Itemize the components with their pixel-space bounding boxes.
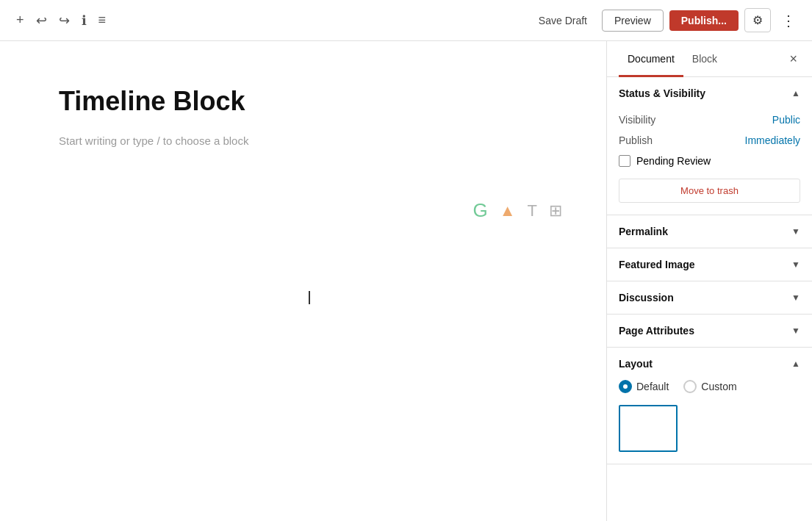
chevron-down-icon-4: ▼ [791,326,800,336]
visibility-row: Visibility Public [619,109,800,130]
add-block-button[interactable]: + [12,8,29,32]
status-body: Visibility Public Publish Immediately Pe… [607,109,812,215]
tab-document[interactable]: Document [619,41,683,76]
editor-area[interactable]: Timeline Block Start writing or type / t… [0,41,606,521]
layout-header[interactable]: Layout ▲ [607,348,812,380]
status-section-title: Status & Visibility [619,87,705,99]
block-tool-icon-1[interactable]: ▲ [500,201,516,220]
tab-block[interactable]: Block [683,41,726,76]
visibility-label: Visibility [619,114,655,126]
chevron-up-icon-2: ▲ [791,359,800,369]
list-view-button[interactable]: ≡ [94,8,111,32]
toolbar: + ↩ ↪ ℹ ≡ Save Draft Preview Publish... … [0,0,812,41]
discussion-header[interactable]: Discussion ▼ [607,281,812,314]
section-layout: Layout ▲ Default Custom [607,348,812,464]
post-title[interactable]: Timeline Block [59,85,547,117]
undo-button[interactable]: ↩ [32,8,51,33]
section-status-header[interactable]: Status & Visibility ▲ [607,77,812,109]
layout-default-label: Default [636,381,669,392]
info-icon: ℹ [82,12,87,29]
gear-icon: ⚙ [752,13,763,27]
ellipsis-icon: ⋮ [781,12,796,29]
floating-block-icons: G ▲ T ⊞ [473,199,562,222]
chevron-down-icon: ▼ [791,226,800,237]
featured-image-title: Featured Image [619,259,694,270]
text-cursor [309,291,310,304]
page-attributes-title: Page Attributes [619,325,694,337]
layout-preview-box [619,405,678,452]
right-sidebar: Document Block × Status & Visibility ▲ V… [606,41,812,521]
undo-icon: ↩ [36,12,47,29]
toolbar-right: Save Draft Preview Publish... ⚙ ⋮ [530,7,800,34]
move-to-trash-button[interactable]: Move to trash [619,179,800,203]
sidebar-close-button[interactable]: × [786,48,800,70]
more-options-button[interactable]: ⋮ [777,7,800,34]
section-page-attributes: Page Attributes ▼ [607,315,812,348]
layout-default-radio[interactable] [619,380,632,393]
section-status-visibility: Status & Visibility ▲ Visibility Public … [607,77,812,215]
discussion-title: Discussion [619,292,674,303]
publish-label: Publish [619,134,653,146]
page-attributes-header[interactable]: Page Attributes ▼ [607,315,812,347]
chevron-down-icon-3: ▼ [791,292,800,303]
layout-options-row: Default Custom [619,380,800,393]
layout-body: Default Custom [607,380,812,464]
section-discussion: Discussion ▼ [607,281,812,315]
sidebar-tab-bar: Document Block × [607,41,812,77]
layout-custom-option[interactable]: Custom [683,380,736,393]
featured-image-header[interactable]: Featured Image ▼ [607,248,812,281]
toolbar-left: + ↩ ↪ ℹ ≡ [12,8,110,33]
layout-default-option[interactable]: Default [619,380,669,393]
publish-button[interactable]: Publish... [669,10,739,31]
list-icon: ≡ [98,12,107,28]
redo-icon: ↪ [59,12,70,29]
grammarly-icon[interactable]: G [473,199,488,222]
block-tool-icon-3[interactable]: ⊞ [549,201,562,220]
editor-placeholder[interactable]: Start writing or type / to choose a bloc… [59,134,547,147]
section-permalink: Permalink ▼ [607,215,812,248]
pending-review-row: Pending Review [619,151,800,171]
add-icon: + [16,12,24,28]
main-area: Timeline Block Start writing or type / t… [0,41,812,521]
permalink-title: Permalink [619,226,668,237]
save-draft-button[interactable]: Save Draft [530,10,596,31]
layout-custom-radio[interactable] [683,380,697,393]
section-featured-image: Featured Image ▼ [607,248,812,281]
preview-button[interactable]: Preview [602,10,664,32]
settings-button[interactable]: ⚙ [744,8,771,32]
layout-custom-label: Custom [701,381,736,392]
pending-review-label: Pending Review [636,155,711,167]
pending-review-checkbox[interactable] [619,155,630,167]
block-tool-icon-2[interactable]: T [528,201,537,220]
chevron-down-icon-2: ▼ [791,259,800,270]
publish-row: Publish Immediately [619,130,800,151]
permalink-header[interactable]: Permalink ▼ [607,215,812,248]
sidebar-tabs-group: Document Block [619,41,726,76]
redo-button[interactable]: ↪ [54,8,74,33]
publish-value[interactable]: Immediately [745,134,800,146]
visibility-value[interactable]: Public [772,114,800,126]
info-button[interactable]: ℹ [77,8,91,33]
chevron-up-icon: ▲ [791,88,800,98]
layout-title: Layout [619,358,653,370]
